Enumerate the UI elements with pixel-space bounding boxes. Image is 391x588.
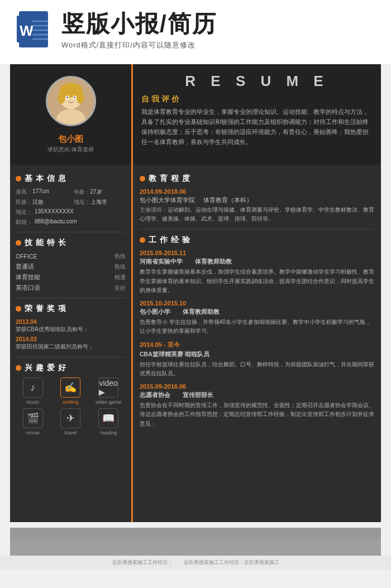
resume-header: 包小图 求职意向:体育老师 R E S U M E 自 我 评 价 我是体育教育…	[10, 64, 381, 165]
info-height: 身高： 177cm	[16, 188, 68, 196]
svg-point-19	[74, 97, 75, 98]
honor-year: 2013.04	[16, 318, 126, 325]
courses-text: 运动解剖、运动生理与保健、体育测量与评价、学校体育学、中学生教材教法、教育心理学…	[140, 207, 374, 222]
left-column: 基 本 信 息 身高： 177cm 年龄： 27岁 民族： 汉族 地址：	[10, 165, 133, 522]
phone-label: 地址：	[16, 208, 32, 216]
writing-label: writting	[63, 399, 79, 405]
svg-point-15	[77, 91, 84, 103]
work-date-1: 2015.09-2015.11	[140, 250, 374, 256]
word-icon: W	[17, 11, 50, 50]
hobbies-section-header: 兴 趣 爱 好	[16, 363, 126, 373]
skill-level: 熟练	[115, 252, 126, 260]
skill-level: 熟练	[115, 263, 126, 271]
person-name: 包小图	[58, 134, 83, 145]
writing-icon: ✍	[60, 377, 80, 398]
svg-point-18	[66, 97, 68, 98]
resume-card: 包小图 求职意向:体育老师 R E S U M E 自 我 评 价 我是体育教育…	[10, 64, 381, 522]
dot-icon	[16, 176, 21, 181]
reading-icon: 📖	[98, 408, 118, 428]
work-company-2: 包小图小学 体育教师助教	[140, 308, 374, 316]
email-value: 888@ibaotu.com	[35, 218, 126, 226]
skill-name: 普通话	[16, 263, 34, 271]
honor-text: 荣获田径国家二级裁判员称号；	[16, 342, 126, 351]
skill-name: 英语口语	[16, 284, 40, 292]
resume-main-title: R E S U M E	[141, 73, 373, 90]
self-eval-label: 自 我 评 价	[141, 94, 373, 104]
hobby-item-movie: 🎬 movie	[16, 408, 50, 436]
basic-info-section-header: 基 本 信 息	[16, 174, 126, 184]
info-phone: 地址： 135XXXXXXXX	[16, 208, 126, 216]
age-value: 27岁	[90, 188, 126, 196]
skill-row: 体育技能 精通	[16, 274, 126, 281]
resume-right-header: R E S U M E 自 我 评 价 我是体育教育专业的毕业生，掌握专业的理论…	[133, 64, 381, 165]
edu-courses: 主修课程：运动解剖、运动生理与保健、体育测量与评价、学校体育学、中学生教材教法、…	[140, 205, 374, 223]
city-label: 地址：	[74, 198, 90, 206]
work-desc-2: 负责教导小 学生拉拉操，并带领40名小学生参加啦啦操比赛。教学中小学生积极学习的…	[140, 318, 374, 336]
skill-row: 普通话 熟练	[16, 263, 126, 271]
work-company-1: 河南省实验中学 体育教师助教	[140, 258, 374, 266]
svg-text:W: W	[20, 22, 34, 39]
work-item-3: 2014.05 - 至今 CBA篮球精英赛 啦啦队员 担任学校篮球比赛拉拉队员，…	[140, 341, 374, 379]
dot-icon-skills	[16, 240, 21, 246]
work-desc-3: 担任学校篮球比赛拉拉队员，结合舞蹈、口号、舞样特技，为班级团队加油打气，并在期间…	[140, 360, 374, 379]
reflection	[10, 528, 381, 556]
work-item-2: 2015.10-2015.10 包小图小学 体育教师助教 负责教导小 学生拉拉操…	[140, 300, 374, 336]
person-subtitle: 求职意向:体育老师	[47, 146, 94, 154]
work-desc-1: 教导学生掌握健美操基本步伐，加强学生综合素质培养。教学中能够激动学生学习积极性、…	[140, 267, 374, 295]
work-item-1: 2015.09-2015.11 河南省实验中学 体育教师助教 教导学生掌握健美操…	[140, 250, 374, 295]
work-section-header: 工 作 经 验	[140, 235, 374, 245]
bottom-text-1: 近距离搜索施工工作经历；	[112, 559, 173, 566]
banner-subtitle: Word格式/直接打印/内容可以随意修改	[61, 40, 217, 50]
hobbies-title: 兴 趣 爱 好	[25, 363, 66, 373]
info-city: 地址： 上海市	[74, 198, 126, 206]
info-height-age: 身高： 177cm 年龄： 27岁	[16, 188, 126, 196]
banner-title: 竖版小报/简历	[61, 11, 217, 37]
info-age: 年龄： 27岁	[74, 188, 126, 196]
bottom-text-2: 近距离搜索施工工作经历；近距离搜索施工	[184, 559, 279, 566]
skill-level: 精通	[115, 274, 126, 281]
work-desc-4: 负责协会在不同时期的宣传工作，加强宣传的规范性、全面性；定期召开志愿者协会学期会…	[140, 401, 374, 429]
travel-icon: ✈	[60, 408, 80, 428]
honors-list: 2013.04 荣获CBA优秀啦啦队员称号； 2014.03 荣获田径国家二级裁…	[16, 318, 126, 351]
courses-label: 主修课程：	[140, 207, 168, 213]
music-icon: ♪	[23, 377, 43, 398]
work-item-4: 2015.09-2016.06 志愿者协会 宣传部部长 负责协会在不同时期的宣传…	[140, 383, 374, 429]
honor-text: 荣获CBA优秀啦啦队员称号；	[16, 325, 126, 334]
edu-school-name: 包小图大学体育学院	[140, 197, 195, 203]
dot-icon-work	[140, 237, 145, 243]
videogame-label: video game	[96, 399, 122, 405]
hobby-item-travel: ✈ travel	[54, 408, 88, 436]
hobby-item-reading: 📖 reading	[91, 408, 126, 436]
avatar	[46, 76, 96, 126]
edu-school-major: 包小图大学体育学院 体育教育（本科）	[140, 197, 374, 204]
skill-row: 英语口语 良好	[16, 284, 126, 292]
travel-label: travel	[64, 430, 77, 436]
hobby-item-writing: ✍ writting	[54, 377, 88, 405]
work-date-2: 2015.10-2015.10	[140, 300, 374, 307]
videogame-icon: video▶	[98, 377, 118, 398]
work-company-4: 志愿者协会 宣传部部长	[140, 391, 374, 399]
city-value: 上海市	[90, 198, 126, 206]
self-eval-text: 我是体育教育专业的毕业生，掌握专业的理论知识、运动技能、教学的特点与方法，具备了…	[141, 107, 373, 147]
work-date-3: 2014.05 - 至今	[140, 341, 374, 349]
work-date-4: 2015.09-2016.06	[140, 383, 374, 390]
dot-icon-honors	[16, 306, 21, 312]
education-section-header: 教 育 程 度	[140, 174, 374, 184]
work-company-3: CBA篮球精英赛 啦啦队员	[140, 351, 374, 358]
skill-level: 良好	[115, 284, 126, 292]
height-label: 身高：	[16, 188, 32, 196]
movie-icon: 🎬	[23, 408, 43, 428]
honors-section-header: 荣 誉 奖 项	[16, 304, 126, 314]
skill-row: OFFICE 熟练	[16, 252, 126, 260]
edu-major: 体育教育（本科）	[203, 197, 252, 203]
honor-year: 2014.03	[16, 336, 126, 342]
music-label: music	[26, 399, 40, 405]
skills-title: 技 能 特 长	[25, 238, 66, 248]
ethnicity-label: 民族：	[16, 198, 32, 206]
hobby-item-music: ♪ music	[16, 377, 50, 405]
height-value: 177cm	[32, 188, 68, 196]
info-ethnicity: 民族： 汉族	[16, 198, 68, 206]
top-banner: W 竖版小报/简历 Word格式/直接打印/内容可以随意修改	[0, 0, 391, 64]
honor-item: 2013.04 荣获CBA优秀啦啦队员称号；	[16, 318, 126, 334]
skill-name: OFFICE	[16, 253, 37, 260]
